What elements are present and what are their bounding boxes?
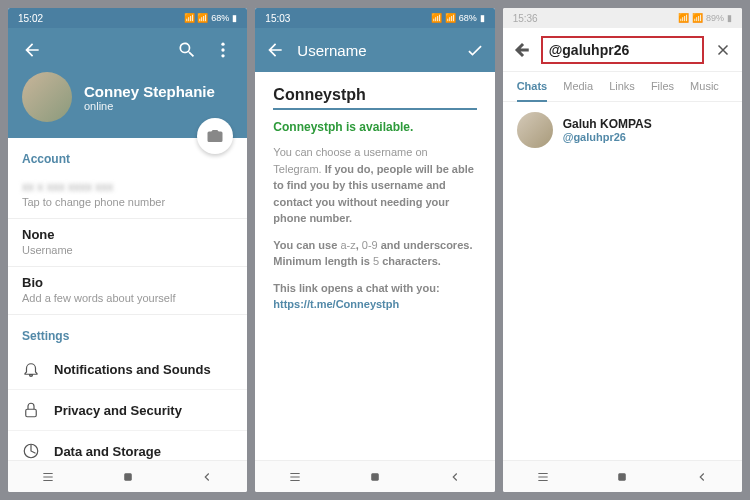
nav-recents-icon[interactable]	[536, 470, 550, 484]
settings-notifications[interactable]: Notifications and Sounds	[8, 349, 247, 390]
tab-links[interactable]: Links	[609, 80, 635, 101]
navbar	[255, 460, 494, 492]
tab-music[interactable]: Music	[690, 80, 719, 101]
tab-chats[interactable]: Chats	[517, 80, 548, 102]
status-bar: 15:03 📶 📶 68%▮	[255, 8, 494, 28]
profile-name: Conney Stephanie	[84, 83, 215, 100]
tab-files[interactable]: Files	[651, 80, 674, 101]
appbar: Username	[255, 28, 494, 72]
result-avatar	[517, 112, 553, 148]
search-screen: 15:36 📶 📶 89%▮ @galuhpr26 Chats Media Li…	[503, 8, 742, 492]
back-icon[interactable]	[513, 41, 531, 59]
profile-header: Conney Stephanie online	[8, 28, 247, 138]
svg-point-2	[222, 54, 225, 57]
back-icon[interactable]	[22, 40, 42, 60]
more-icon[interactable]	[213, 40, 233, 60]
status-time: 15:02	[18, 13, 43, 24]
result-name: Galuh KOMPAS	[563, 117, 652, 131]
status-icons: 📶 📶 89%▮	[678, 13, 732, 23]
username-screen: 15:03 📶 📶 68%▮ Username Conneystph Conne…	[255, 8, 494, 492]
desc-1: You can choose a username on Telegram. I…	[273, 144, 476, 227]
status-time: 15:03	[265, 13, 290, 24]
searchbar: @galuhpr26	[503, 28, 742, 72]
nav-back-icon[interactable]	[200, 470, 214, 484]
desc-2: You can use a-z, 0-9 and underscores. Mi…	[273, 237, 476, 270]
availability-text: Conneystph is available.	[273, 120, 476, 134]
avatar[interactable]	[22, 72, 72, 122]
svg-rect-8	[619, 473, 626, 480]
settings-data[interactable]: Data and Storage	[8, 431, 247, 460]
data-icon	[22, 442, 40, 460]
username-input[interactable]: Conneystph	[273, 86, 476, 110]
link-label: This link opens a chat with you:	[273, 282, 439, 294]
status-icons: 📶 📶 68%▮	[431, 13, 485, 23]
nav-back-icon[interactable]	[448, 470, 462, 484]
settings-privacy[interactable]: Privacy and Security	[8, 390, 247, 431]
navbar	[8, 460, 247, 492]
status-bar: 15:36 📶 📶 89%▮	[503, 8, 742, 28]
search-input[interactable]: @galuhpr26	[541, 36, 704, 64]
navbar	[503, 460, 742, 492]
svg-rect-6	[124, 473, 131, 480]
result-handle: @galuhpr26	[563, 131, 652, 143]
profile-screen: 15:02 📶 📶 68%▮ Conney Stephanie online A…	[8, 8, 247, 492]
username-row[interactable]: None Username	[8, 219, 247, 267]
svg-rect-7	[371, 473, 378, 480]
profile-status: online	[84, 100, 215, 112]
tabs: Chats Media Links Files Music	[503, 72, 742, 102]
nav-back-icon[interactable]	[695, 470, 709, 484]
svg-point-0	[222, 43, 225, 46]
lock-icon	[22, 401, 40, 419]
status-time: 15:36	[513, 13, 538, 24]
section-settings: Settings	[8, 315, 247, 349]
svg-point-1	[222, 48, 225, 51]
close-icon[interactable]	[714, 41, 732, 59]
search-icon[interactable]	[177, 40, 197, 60]
back-icon[interactable]	[265, 40, 285, 60]
search-result[interactable]: Galuh KOMPAS @galuhpr26	[503, 102, 742, 158]
phone-sub: Tap to change phone number	[22, 196, 233, 208]
page-title: Username	[297, 42, 452, 59]
phone-row[interactable]: xx x xxx xxxx xxx Tap to change phone nu…	[8, 172, 247, 219]
tab-media[interactable]: Media	[563, 80, 593, 101]
nav-home-icon[interactable]	[121, 470, 135, 484]
nav-home-icon[interactable]	[615, 470, 629, 484]
settings-list: Notifications and Sounds Privacy and Sec…	[8, 349, 247, 460]
nav-home-icon[interactable]	[368, 470, 382, 484]
check-icon[interactable]	[465, 40, 485, 60]
nav-recents-icon[interactable]	[288, 470, 302, 484]
content: Conneystph Conneystph is available. You …	[255, 72, 494, 460]
status-icons: 📶 📶 68%▮	[184, 13, 238, 23]
svg-rect-3	[26, 409, 37, 417]
bio-row[interactable]: Bio Add a few words about yourself	[8, 267, 247, 315]
phone-masked: xx x xxx xxxx xxx	[22, 180, 233, 194]
chat-link[interactable]: https://t.me/Conneystph	[273, 298, 476, 310]
nav-recents-icon[interactable]	[41, 470, 55, 484]
bell-icon	[22, 360, 40, 378]
camera-icon	[206, 127, 224, 145]
status-bar: 15:02 📶 📶 68%▮	[8, 8, 247, 28]
